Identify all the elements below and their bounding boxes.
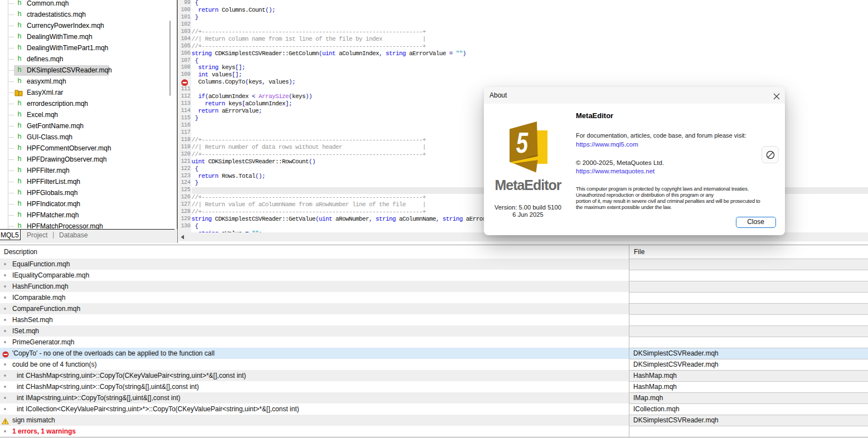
svg-text:5: 5 xyxy=(516,126,528,159)
